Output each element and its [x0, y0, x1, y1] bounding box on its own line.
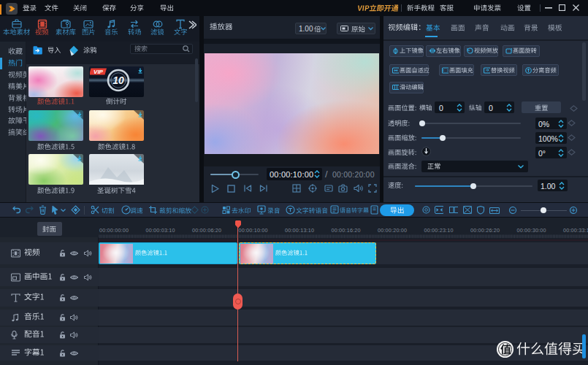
svg-text:VIP: VIP: [93, 69, 104, 75]
svg-text:10: 10: [112, 74, 124, 86]
